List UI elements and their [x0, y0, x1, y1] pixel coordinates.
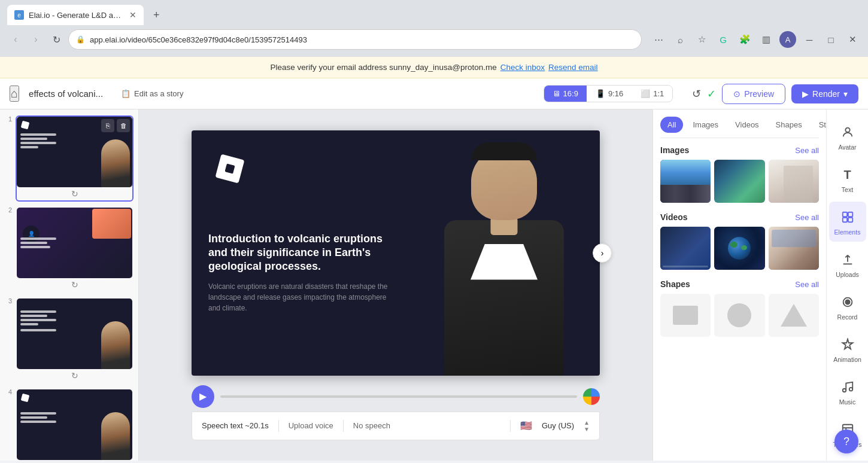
grammarly-icon[interactable]: G — [715, 31, 732, 48]
url-text: app.elai.io/video/65c0e36ce832e97f9d04c8… — [90, 35, 634, 44]
media-thumb[interactable] — [660, 227, 711, 270]
triangle-shape — [781, 304, 807, 327]
edit-as-story-button[interactable]: 📋 Edit as a story — [113, 86, 192, 102]
slide-bottom-icon: ↻ — [17, 369, 132, 382]
sidebar-animation-label: Animation — [833, 356, 861, 363]
images-see-all[interactable]: See all — [795, 146, 819, 155]
banner-text: Please verify your email address sunny_d… — [270, 63, 496, 72]
tab-images[interactable]: Images — [685, 117, 726, 133]
slide-thumbnail — [17, 298, 132, 369]
email-verification-banner: Please verify your email address sunny_d… — [0, 57, 868, 78]
media-thumb[interactable] — [769, 227, 819, 270]
shapes-grid — [660, 294, 819, 337]
media-thumb[interactable] — [714, 160, 764, 203]
extensions-icon[interactable]: ⋯ — [650, 31, 667, 48]
window-minimize[interactable]: ─ — [801, 31, 818, 48]
render-button[interactable]: ▶ Render ▾ — [791, 84, 858, 103]
avatar-icon — [838, 123, 857, 142]
canvas-title: Introduction to volcanic eruptions and t… — [208, 232, 394, 274]
sidebar-uploads-label: Uploads — [836, 271, 859, 278]
canvas-area: Introduction to volcanic eruptions and t… — [139, 109, 652, 461]
list-item[interactable]: 2 👤 ↻ — [16, 206, 133, 293]
tab-close-icon[interactable]: ✕ — [129, 10, 136, 20]
reload-button[interactable]: ↻ — [48, 31, 65, 48]
browser-chrome: e Elai.io - Generate L&D and ma... ✕ + ‹… — [0, 0, 868, 57]
rotate-icon: ↻ — [71, 189, 78, 199]
delete-icon[interactable]: 🗑 — [117, 119, 130, 132]
list-item[interactable]: 3 ↻ — [16, 297, 133, 383]
slide-bottom-icon: ↻ — [17, 278, 132, 291]
aspect-ratio-group: 🖥 16:9 📱 9:16 ⬜ 1:1 — [544, 85, 673, 102]
images-section-header: Images See all — [660, 145, 819, 155]
sidebar-icon[interactable]: ▥ — [758, 31, 775, 48]
sidebar-item-music[interactable]: Music — [829, 371, 866, 412]
check-button[interactable]: ✓ — [707, 87, 716, 100]
videos-grid — [660, 227, 819, 270]
resend-email-link[interactable]: Resend email — [548, 63, 598, 72]
window-maximize[interactable]: □ — [823, 31, 839, 48]
undo-button[interactable]: ↺ — [692, 87, 701, 100]
upload-voice-option[interactable]: Upload voice — [289, 421, 333, 430]
ar-9-16-button[interactable]: 📱 9:16 — [587, 86, 632, 102]
address-bar[interactable]: 🔒 app.elai.io/video/65c0e36ce832e97f9d04… — [68, 29, 642, 50]
svg-point-7 — [842, 389, 846, 392]
rectangle-shape — [673, 306, 698, 325]
ar-16-9-label: 16:9 — [563, 89, 578, 98]
media-thumb[interactable] — [714, 227, 764, 270]
shape-circle-thumb[interactable] — [714, 294, 764, 337]
window-close[interactable]: ✕ — [844, 31, 861, 48]
project-title: effects of volcani... — [29, 89, 103, 99]
tab-all[interactable]: All — [660, 117, 683, 133]
list-item[interactable]: 1 ⎘ 🗑 ↻ — [16, 115, 133, 202]
videos-see-all[interactable]: See all — [795, 213, 819, 222]
browser-titlebar: e Elai.io - Generate L&D and ma... ✕ + — [0, 0, 868, 25]
media-tabs: All Images Videos Shapes St... › — [660, 117, 819, 138]
speech-bar: Speech text ~20.1s Upload voice No speec… — [192, 412, 600, 440]
voice-arrows[interactable]: ▲ ▼ — [584, 419, 590, 432]
extensions-puzzle-icon[interactable]: 🧩 — [736, 31, 753, 48]
browser-tab-active[interactable]: e Elai.io - Generate L&D and ma... ✕ — [7, 5, 144, 25]
ar-1-1-button[interactable]: ⬜ 1:1 — [632, 86, 672, 102]
sidebar-item-record[interactable]: Record — [829, 287, 866, 327]
music-icon — [838, 377, 857, 397]
sidebar-item-avatar[interactable]: Avatar — [829, 117, 866, 157]
search-icon[interactable]: ⌕ — [672, 31, 688, 48]
sidebar-item-elements[interactable]: Elements — [829, 202, 866, 242]
sidebar-item-uploads[interactable]: Uploads — [829, 244, 866, 284]
list-item[interactable]: 4 ↻ — [16, 388, 133, 461]
tab-videos[interactable]: Videos — [728, 117, 766, 133]
bookmark-icon[interactable]: ☆ — [693, 31, 710, 48]
browser-action-buttons: ⋯ ⌕ ☆ G 🧩 ▥ A ─ □ ✕ — [650, 31, 861, 48]
shapes-see-all[interactable]: See all — [795, 280, 819, 289]
avatar — [408, 130, 600, 376]
timeline-bar[interactable] — [220, 395, 577, 398]
square-icon: ⬜ — [641, 89, 650, 98]
play-button[interactable]: ▶ — [192, 385, 214, 408]
media-thumb[interactable] — [660, 160, 711, 203]
mobile-icon: 📱 — [596, 89, 605, 98]
sidebar-record-label: Record — [837, 313, 858, 321]
forward-button[interactable]: › — [28, 31, 44, 48]
tab-shapes[interactable]: Shapes — [769, 117, 809, 133]
ar-16-9-button[interactable]: 🖥 16:9 — [544, 86, 587, 102]
shape-triangle-thumb[interactable] — [769, 294, 819, 337]
check-inbox-link[interactable]: Check inbox — [500, 63, 545, 72]
shape-rectangle-thumb[interactable] — [660, 294, 711, 337]
rotate-icon: ↻ — [71, 371, 78, 380]
slide-canvas[interactable]: Introduction to volcanic eruptions and t… — [192, 130, 600, 376]
help-button[interactable]: ? — [834, 430, 858, 453]
media-thumb[interactable] — [769, 160, 819, 203]
sidebar-item-text[interactable]: T Text — [829, 159, 866, 199]
home-button[interactable]: ⌂ — [10, 86, 19, 102]
new-tab-button[interactable]: + — [148, 7, 165, 24]
preview-button[interactable]: ⊙ Preview — [722, 84, 785, 104]
no-speech-option[interactable]: No speech — [353, 421, 390, 430]
sidebar-item-animation[interactable]: Animation — [829, 329, 866, 369]
profile-icon[interactable]: A — [779, 31, 796, 48]
render-dropdown-icon: ▾ — [843, 89, 848, 99]
canvas-next-arrow[interactable]: › — [593, 243, 612, 263]
copy-icon[interactable]: ⎘ — [101, 119, 114, 132]
back-button[interactable]: ‹ — [7, 31, 24, 48]
svg-point-0 — [845, 128, 849, 132]
tab-more[interactable]: St... — [812, 117, 826, 133]
